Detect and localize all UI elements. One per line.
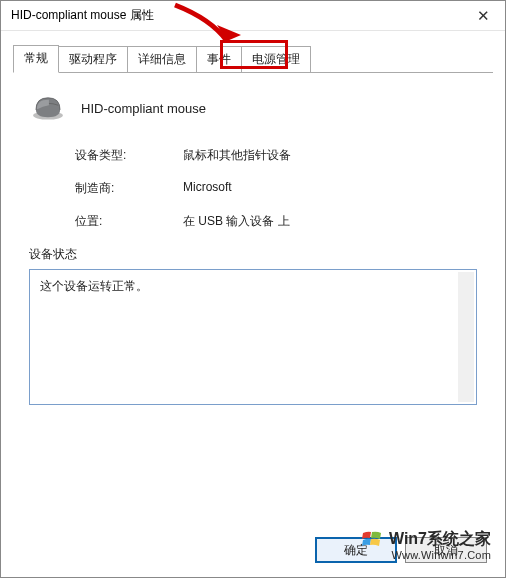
device-status-label: 设备状态 [29, 246, 483, 263]
prop-label-location: 位置: [75, 213, 183, 230]
prop-label-type: 设备类型: [75, 147, 183, 164]
close-button[interactable]: ✕ [461, 1, 505, 31]
tab-content-general: HID-compliant mouse 设备类型: 鼠标和其他指针设备 制造商:… [1, 73, 505, 415]
title-bar: HID-compliant mouse 属性 ✕ [1, 1, 505, 31]
tab-underline [13, 72, 493, 73]
prop-row-location: 位置: 在 USB 输入设备 上 [75, 213, 483, 230]
window-title: HID-compliant mouse 属性 [11, 7, 154, 24]
device-header: HID-compliant mouse [29, 95, 483, 121]
prop-value-type: 鼠标和其他指针设备 [183, 147, 291, 164]
device-name: HID-compliant mouse [81, 101, 206, 116]
tab-power-management[interactable]: 电源管理 [241, 46, 311, 73]
device-status-text: 这个设备运转正常。 [40, 279, 148, 293]
device-status-textbox[interactable]: 这个设备运转正常。 [29, 269, 477, 405]
prop-row-type: 设备类型: 鼠标和其他指针设备 [75, 147, 483, 164]
tab-driver[interactable]: 驱动程序 [58, 46, 128, 73]
tab-details[interactable]: 详细信息 [127, 46, 197, 73]
tab-strip: 常规 驱动程序 详细信息 事件 电源管理 [1, 31, 505, 73]
tab-events[interactable]: 事件 [196, 46, 242, 73]
cancel-button[interactable]: 取消 [405, 537, 487, 563]
status-scrollbar[interactable] [458, 272, 474, 402]
properties-dialog: HID-compliant mouse 属性 ✕ 常规 驱动程序 详细信息 事件… [0, 0, 506, 578]
prop-value-location: 在 USB 输入设备 上 [183, 213, 290, 230]
ok-button[interactable]: 确定 [315, 537, 397, 563]
device-properties: 设备类型: 鼠标和其他指针设备 制造商: Microsoft 位置: 在 USB… [75, 147, 483, 230]
mouse-icon [29, 95, 67, 121]
tab-general[interactable]: 常规 [13, 45, 59, 73]
prop-value-manufacturer: Microsoft [183, 180, 232, 197]
dialog-buttons: 确定 取消 [315, 537, 487, 563]
prop-label-manufacturer: 制造商: [75, 180, 183, 197]
prop-row-manufacturer: 制造商: Microsoft [75, 180, 483, 197]
